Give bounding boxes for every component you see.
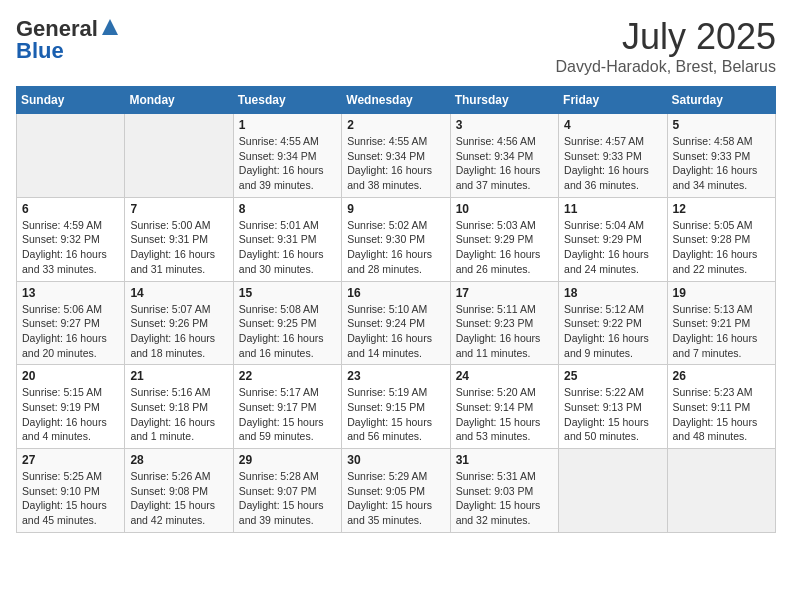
day-number: 16 [347, 286, 444, 300]
day-info: Sunrise: 5:31 AM Sunset: 9:03 PM Dayligh… [456, 469, 553, 528]
day-info: Sunrise: 5:25 AM Sunset: 9:10 PM Dayligh… [22, 469, 119, 528]
day-number: 18 [564, 286, 661, 300]
day-info: Sunrise: 5:20 AM Sunset: 9:14 PM Dayligh… [456, 385, 553, 444]
calendar-header-tuesday: Tuesday [233, 87, 341, 114]
calendar-cell: 5Sunrise: 4:58 AM Sunset: 9:33 PM Daylig… [667, 114, 775, 198]
day-info: Sunrise: 4:55 AM Sunset: 9:34 PM Dayligh… [347, 134, 444, 193]
calendar-cell: 12Sunrise: 5:05 AM Sunset: 9:28 PM Dayli… [667, 197, 775, 281]
day-info: Sunrise: 4:58 AM Sunset: 9:33 PM Dayligh… [673, 134, 770, 193]
day-number: 13 [22, 286, 119, 300]
day-info: Sunrise: 5:01 AM Sunset: 9:31 PM Dayligh… [239, 218, 336, 277]
calendar-cell: 28Sunrise: 5:26 AM Sunset: 9:08 PM Dayli… [125, 449, 233, 533]
day-number: 3 [456, 118, 553, 132]
location-subtitle: Davyd-Haradok, Brest, Belarus [555, 58, 776, 76]
day-number: 28 [130, 453, 227, 467]
calendar-cell: 30Sunrise: 5:29 AM Sunset: 9:05 PM Dayli… [342, 449, 450, 533]
day-number: 19 [673, 286, 770, 300]
calendar-header-monday: Monday [125, 87, 233, 114]
day-number: 9 [347, 202, 444, 216]
day-number: 24 [456, 369, 553, 383]
calendar-cell: 16Sunrise: 5:10 AM Sunset: 9:24 PM Dayli… [342, 281, 450, 365]
calendar-week-row: 1Sunrise: 4:55 AM Sunset: 9:34 PM Daylig… [17, 114, 776, 198]
day-number: 4 [564, 118, 661, 132]
day-info: Sunrise: 5:05 AM Sunset: 9:28 PM Dayligh… [673, 218, 770, 277]
day-number: 27 [22, 453, 119, 467]
day-number: 8 [239, 202, 336, 216]
day-info: Sunrise: 5:04 AM Sunset: 9:29 PM Dayligh… [564, 218, 661, 277]
calendar-cell [125, 114, 233, 198]
day-info: Sunrise: 5:15 AM Sunset: 9:19 PM Dayligh… [22, 385, 119, 444]
day-info: Sunrise: 5:00 AM Sunset: 9:31 PM Dayligh… [130, 218, 227, 277]
day-info: Sunrise: 5:16 AM Sunset: 9:18 PM Dayligh… [130, 385, 227, 444]
calendar-cell: 6Sunrise: 4:59 AM Sunset: 9:32 PM Daylig… [17, 197, 125, 281]
day-number: 11 [564, 202, 661, 216]
page-header: General Blue July 2025 Davyd-Haradok, Br… [16, 16, 776, 76]
calendar-cell: 9Sunrise: 5:02 AM Sunset: 9:30 PM Daylig… [342, 197, 450, 281]
logo: General Blue [16, 16, 120, 64]
day-number: 21 [130, 369, 227, 383]
calendar-header-sunday: Sunday [17, 87, 125, 114]
month-title: July 2025 [555, 16, 776, 58]
day-info: Sunrise: 5:07 AM Sunset: 9:26 PM Dayligh… [130, 302, 227, 361]
calendar-cell: 7Sunrise: 5:00 AM Sunset: 9:31 PM Daylig… [125, 197, 233, 281]
day-info: Sunrise: 5:03 AM Sunset: 9:29 PM Dayligh… [456, 218, 553, 277]
calendar-cell [667, 449, 775, 533]
calendar-cell: 1Sunrise: 4:55 AM Sunset: 9:34 PM Daylig… [233, 114, 341, 198]
logo-icon [100, 17, 120, 37]
day-number: 10 [456, 202, 553, 216]
day-info: Sunrise: 4:57 AM Sunset: 9:33 PM Dayligh… [564, 134, 661, 193]
day-number: 1 [239, 118, 336, 132]
calendar-cell: 20Sunrise: 5:15 AM Sunset: 9:19 PM Dayli… [17, 365, 125, 449]
calendar-cell: 21Sunrise: 5:16 AM Sunset: 9:18 PM Dayli… [125, 365, 233, 449]
day-info: Sunrise: 5:23 AM Sunset: 9:11 PM Dayligh… [673, 385, 770, 444]
title-section: July 2025 Davyd-Haradok, Brest, Belarus [555, 16, 776, 76]
day-number: 7 [130, 202, 227, 216]
day-info: Sunrise: 4:55 AM Sunset: 9:34 PM Dayligh… [239, 134, 336, 193]
calendar-header-row: SundayMondayTuesdayWednesdayThursdayFrid… [17, 87, 776, 114]
calendar-cell: 13Sunrise: 5:06 AM Sunset: 9:27 PM Dayli… [17, 281, 125, 365]
calendar-cell: 27Sunrise: 5:25 AM Sunset: 9:10 PM Dayli… [17, 449, 125, 533]
day-number: 31 [456, 453, 553, 467]
day-info: Sunrise: 5:22 AM Sunset: 9:13 PM Dayligh… [564, 385, 661, 444]
day-number: 6 [22, 202, 119, 216]
day-info: Sunrise: 5:29 AM Sunset: 9:05 PM Dayligh… [347, 469, 444, 528]
day-info: Sunrise: 5:11 AM Sunset: 9:23 PM Dayligh… [456, 302, 553, 361]
day-number: 2 [347, 118, 444, 132]
day-number: 22 [239, 369, 336, 383]
logo-blue-text: Blue [16, 38, 64, 64]
calendar-cell: 25Sunrise: 5:22 AM Sunset: 9:13 PM Dayli… [559, 365, 667, 449]
calendar-cell: 22Sunrise: 5:17 AM Sunset: 9:17 PM Dayli… [233, 365, 341, 449]
calendar-cell: 11Sunrise: 5:04 AM Sunset: 9:29 PM Dayli… [559, 197, 667, 281]
day-info: Sunrise: 5:12 AM Sunset: 9:22 PM Dayligh… [564, 302, 661, 361]
calendar-cell: 15Sunrise: 5:08 AM Sunset: 9:25 PM Dayli… [233, 281, 341, 365]
day-info: Sunrise: 4:59 AM Sunset: 9:32 PM Dayligh… [22, 218, 119, 277]
day-number: 14 [130, 286, 227, 300]
calendar-cell: 29Sunrise: 5:28 AM Sunset: 9:07 PM Dayli… [233, 449, 341, 533]
day-info: Sunrise: 5:08 AM Sunset: 9:25 PM Dayligh… [239, 302, 336, 361]
day-number: 26 [673, 369, 770, 383]
day-number: 25 [564, 369, 661, 383]
calendar-week-row: 13Sunrise: 5:06 AM Sunset: 9:27 PM Dayli… [17, 281, 776, 365]
day-info: Sunrise: 5:28 AM Sunset: 9:07 PM Dayligh… [239, 469, 336, 528]
calendar-week-row: 20Sunrise: 5:15 AM Sunset: 9:19 PM Dayli… [17, 365, 776, 449]
calendar-cell: 24Sunrise: 5:20 AM Sunset: 9:14 PM Dayli… [450, 365, 558, 449]
day-number: 30 [347, 453, 444, 467]
day-number: 17 [456, 286, 553, 300]
calendar-cell: 19Sunrise: 5:13 AM Sunset: 9:21 PM Dayli… [667, 281, 775, 365]
day-number: 29 [239, 453, 336, 467]
day-info: Sunrise: 5:26 AM Sunset: 9:08 PM Dayligh… [130, 469, 227, 528]
day-number: 15 [239, 286, 336, 300]
day-info: Sunrise: 5:19 AM Sunset: 9:15 PM Dayligh… [347, 385, 444, 444]
day-number: 20 [22, 369, 119, 383]
day-info: Sunrise: 5:10 AM Sunset: 9:24 PM Dayligh… [347, 302, 444, 361]
calendar-header-saturday: Saturday [667, 87, 775, 114]
calendar-cell [559, 449, 667, 533]
calendar-cell: 8Sunrise: 5:01 AM Sunset: 9:31 PM Daylig… [233, 197, 341, 281]
day-info: Sunrise: 5:17 AM Sunset: 9:17 PM Dayligh… [239, 385, 336, 444]
day-number: 5 [673, 118, 770, 132]
calendar-cell: 4Sunrise: 4:57 AM Sunset: 9:33 PM Daylig… [559, 114, 667, 198]
calendar-cell [17, 114, 125, 198]
day-number: 23 [347, 369, 444, 383]
calendar-week-row: 6Sunrise: 4:59 AM Sunset: 9:32 PM Daylig… [17, 197, 776, 281]
day-info: Sunrise: 5:13 AM Sunset: 9:21 PM Dayligh… [673, 302, 770, 361]
